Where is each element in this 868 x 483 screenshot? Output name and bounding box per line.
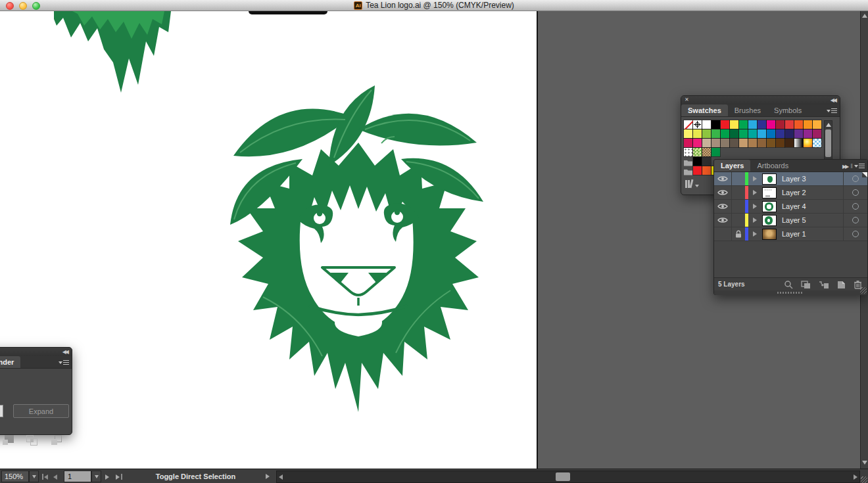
- target-circle-icon[interactable]: [852, 231, 859, 237]
- scroll-left-arrow[interactable]: [279, 474, 283, 480]
- swatches-panel-header[interactable]: ✕ ◀◀: [681, 96, 840, 104]
- layer-name[interactable]: Layer 5: [782, 216, 806, 224]
- swatch[interactable]: [693, 166, 702, 175]
- layer-row[interactable]: Layer 1: [714, 227, 867, 241]
- swatch[interactable]: [702, 139, 711, 147]
- last-artboard-button[interactable]: [116, 474, 120, 480]
- layers-panel-menu-icon[interactable]: [854, 163, 865, 170]
- swatch[interactable]: [758, 129, 766, 138]
- scroll-up-arrow[interactable]: [862, 14, 867, 18]
- layer-row[interactable]: Layer 2: [714, 186, 867, 200]
- swatch[interactable]: [739, 139, 748, 147]
- layer-thumbnail[interactable]: [762, 173, 777, 185]
- swatch[interactable]: [693, 139, 702, 147]
- swatch[interactable]: [711, 129, 720, 138]
- pathfinder-panel-menu-icon[interactable]: [59, 359, 69, 366]
- artwork-lion-logo[interactable]: [224, 80, 487, 422]
- swatch-libraries-menu-icon[interactable]: [685, 179, 700, 189]
- artboard-dropdown-button[interactable]: [91, 471, 101, 482]
- swatch[interactable]: [739, 120, 748, 129]
- swatch-patcheck[interactable]: [813, 139, 821, 147]
- swatch[interactable]: [813, 120, 821, 129]
- tab-symbols[interactable]: Symbols: [767, 104, 808, 116]
- last-artboard-icon[interactable]: [121, 474, 122, 480]
- swatch[interactable]: [748, 139, 757, 147]
- target-circle-icon[interactable]: [852, 189, 859, 196]
- next-artboard-button[interactable]: [105, 474, 109, 480]
- swatch[interactable]: [785, 120, 794, 129]
- lock-toggle[interactable]: [732, 200, 745, 213]
- layer-name[interactable]: Layer 1: [782, 230, 806, 238]
- swatch-black[interactable]: [711, 120, 720, 129]
- swatch[interactable]: [776, 120, 784, 129]
- swatch[interactable]: [693, 129, 702, 138]
- expand-layer-arrow[interactable]: [753, 231, 757, 237]
- swatch[interactable]: [684, 129, 692, 138]
- tab-layers[interactable]: Layers: [714, 160, 750, 172]
- zoom-dropdown-button[interactable]: [29, 471, 39, 482]
- layer-thumbnail[interactable]: [762, 187, 777, 198]
- swatch-none[interactable]: [684, 120, 692, 129]
- swatch[interactable]: [776, 139, 784, 147]
- swatch-white[interactable]: [702, 120, 711, 129]
- swatch[interactable]: [767, 129, 775, 138]
- target-circle-icon[interactable]: [852, 203, 859, 210]
- swatch[interactable]: [721, 129, 729, 138]
- create-new-sublayer-icon[interactable]: [819, 281, 829, 289]
- color-group-folder-icon[interactable]: [684, 157, 692, 166]
- artwork-black-shape[interactable]: [249, 11, 327, 14]
- expand-layer-arrow[interactable]: [753, 218, 757, 223]
- close-icon[interactable]: ✕: [685, 97, 689, 103]
- layer-thumbnail[interactable]: [762, 229, 777, 240]
- layer-row[interactable]: Layer 3: [714, 172, 867, 186]
- swatch[interactable]: [767, 139, 775, 147]
- swatch[interactable]: [776, 129, 784, 138]
- swatch[interactable]: [702, 157, 711, 166]
- target-circle-icon[interactable]: [852, 175, 859, 182]
- tab-pathfinder[interactable]: Pathfinder: [0, 356, 20, 368]
- swatch-pattex[interactable]: [702, 148, 711, 156]
- visibility-toggle[interactable]: [714, 214, 732, 227]
- swatch[interactable]: [711, 139, 720, 147]
- expand-button[interactable]: Expand: [13, 404, 69, 418]
- status-options-arrow[interactable]: [266, 474, 270, 479]
- expand-layer-arrow[interactable]: [753, 190, 757, 195]
- artboard-number-field[interactable]: 1: [64, 471, 91, 482]
- visibility-toggle[interactable]: [714, 227, 732, 241]
- expand-layer-arrow[interactable]: [753, 176, 757, 181]
- swatch[interactable]: [748, 129, 757, 138]
- panel-drag-bar[interactable]: [714, 290, 867, 295]
- swatch[interactable]: [758, 120, 766, 129]
- swatch-grador[interactable]: [804, 139, 812, 147]
- lock-toggle[interactable]: [732, 172, 745, 185]
- pathfinder-merge-icon[interactable]: [51, 434, 64, 446]
- tab-swatches[interactable]: Swatches: [681, 104, 728, 116]
- panel-resize-grip[interactable]: [860, 287, 867, 294]
- locate-object-icon[interactable]: [784, 280, 793, 289]
- swatch[interactable]: [785, 129, 794, 138]
- swatch[interactable]: [721, 139, 729, 147]
- swatch-patfloral[interactable]: [693, 148, 702, 156]
- collapse-panel-icon[interactable]: ◀◀: [831, 97, 836, 103]
- tab-brushes[interactable]: Brushes: [728, 104, 767, 116]
- first-artboard-icon[interactable]: [42, 474, 43, 480]
- layer-row[interactable]: Layer 5: [714, 214, 867, 227]
- swatch[interactable]: [739, 129, 748, 138]
- close-window-button[interactable]: [6, 2, 14, 10]
- swatch[interactable]: [785, 139, 794, 147]
- minimize-window-button[interactable]: [19, 2, 27, 10]
- pathfinder-crop-icon[interactable]: [2, 434, 15, 446]
- swatch[interactable]: [804, 129, 812, 138]
- panel-menu-icon[interactable]: [827, 108, 837, 114]
- layer-thumbnail[interactable]: [762, 215, 777, 226]
- swatch[interactable]: [711, 148, 720, 156]
- previous-artboard-button[interactable]: [53, 474, 57, 480]
- pathfinder-exclude-icon[interactable]: [26, 434, 39, 446]
- swatch[interactable]: [721, 120, 729, 129]
- swatch[interactable]: [730, 129, 738, 138]
- visibility-toggle[interactable]: [714, 172, 732, 185]
- swatch[interactable]: [804, 120, 812, 129]
- layer-name[interactable]: Layer 4: [782, 202, 806, 210]
- lock-toggle[interactable]: [732, 186, 745, 199]
- swatch[interactable]: [693, 157, 702, 166]
